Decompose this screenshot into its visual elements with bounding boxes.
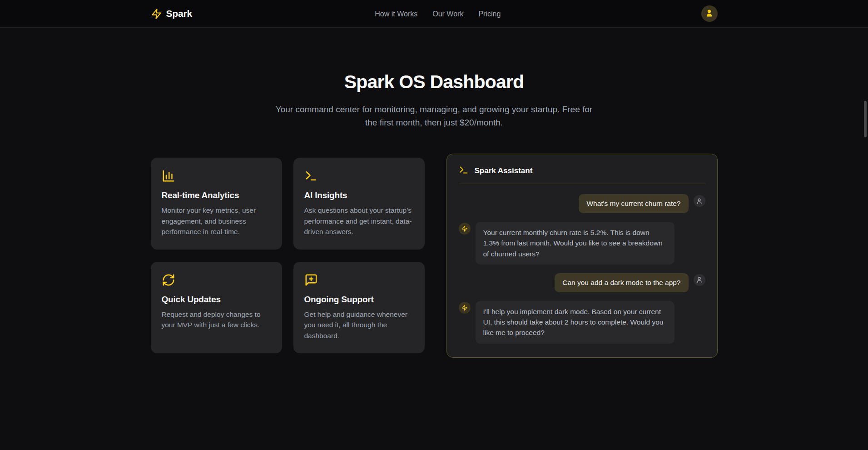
feature-title: Quick Updates xyxy=(162,295,271,305)
bar-chart-icon xyxy=(162,169,271,183)
feature-card-ongoing-support: Ongoing Support Get help and guidance wh… xyxy=(293,262,425,354)
chat-title: Spark Assistant xyxy=(475,166,533,175)
assistant-message-bubble: I'll help you implement dark mode. Based… xyxy=(476,301,675,344)
chat-message-assistant: Your current monthly churn rate is 5.2%.… xyxy=(459,222,705,265)
feature-description: Monitor your key metrics, user engagemen… xyxy=(162,205,271,237)
user-icon xyxy=(694,195,705,207)
assistant-message-bubble: Your current monthly churn rate is 5.2%.… xyxy=(476,222,675,265)
zap-icon xyxy=(151,8,162,20)
feature-title: AI Insights xyxy=(304,190,414,200)
terminal-icon xyxy=(304,169,414,183)
feature-title: Real-time Analytics xyxy=(162,190,271,200)
chat-messages: What's my current churn rate? Your curre… xyxy=(459,194,705,344)
brand-logo[interactable]: Spark xyxy=(151,8,192,20)
user-message-bubble: What's my current churn rate? xyxy=(579,194,688,213)
zap-icon xyxy=(459,223,471,235)
chat-message-assistant: I'll help you implement dark mode. Based… xyxy=(459,301,705,344)
spark-assistant-panel: Spark Assistant What's my current churn … xyxy=(446,154,718,358)
terminal-icon xyxy=(459,165,469,177)
feature-card-ai-insights: AI Insights Ask questions about your sta… xyxy=(293,158,425,250)
refresh-icon xyxy=(162,273,271,287)
zap-icon xyxy=(459,302,471,314)
user-avatar-button[interactable] xyxy=(701,5,718,22)
nav-link-pricing[interactable]: Pricing xyxy=(478,10,501,18)
feature-grid: Real-time Analytics Monitor your key met… xyxy=(151,158,425,353)
navbar: Spark How it Works Our Work Pricing xyxy=(0,0,868,28)
feature-description: Ask questions about your startup's perfo… xyxy=(304,205,414,237)
divider xyxy=(459,184,705,184)
hero: Spark OS Dashboard Your command center f… xyxy=(0,71,868,129)
user-icon xyxy=(705,9,714,19)
nav-links: How it Works Our Work Pricing xyxy=(375,0,501,28)
chat-message-user: What's my current churn rate? xyxy=(459,194,705,213)
feature-card-realtime-analytics: Real-time Analytics Monitor your key met… xyxy=(151,158,282,250)
feature-description: Get help and guidance whenever you need … xyxy=(304,309,414,341)
feature-description: Request and deploy changes to your MVP w… xyxy=(162,309,271,330)
nav-link-our-work[interactable]: Our Work xyxy=(432,10,463,18)
vertical-scrollbar-thumb[interactable] xyxy=(864,101,867,137)
chat-message-user: Can you add a dark mode to the app? xyxy=(459,273,705,292)
user-icon xyxy=(694,274,705,286)
nav-link-how-it-works[interactable]: How it Works xyxy=(375,10,417,18)
message-square-plus-icon xyxy=(304,273,414,287)
hero-subtitle: Your command center for monitoring, mana… xyxy=(275,103,593,129)
feature-card-quick-updates: Quick Updates Request and deploy changes… xyxy=(151,262,282,354)
main-content: Real-time Analytics Monitor your key met… xyxy=(151,154,718,358)
user-message-bubble: Can you add a dark mode to the app? xyxy=(555,273,688,292)
chat-header: Spark Assistant xyxy=(459,165,705,177)
page-title: Spark OS Dashboard xyxy=(0,71,868,93)
brand-name: Spark xyxy=(166,8,192,19)
feature-title: Ongoing Support xyxy=(304,295,414,305)
